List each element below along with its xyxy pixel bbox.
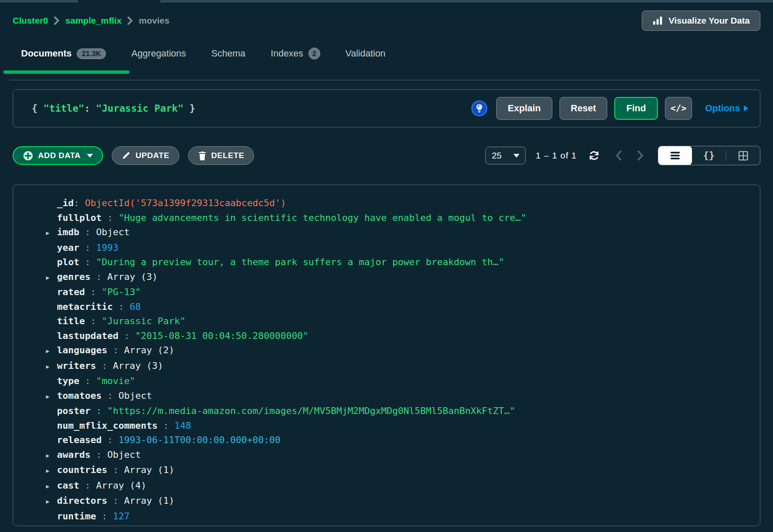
view-switcher: {} [658, 146, 760, 165]
field-row-awards[interactable]: ▸awards : Object [46, 448, 751, 463]
field-separator: : [90, 448, 107, 462]
field-key: genres [57, 270, 90, 285]
field-key: languages [57, 343, 107, 358]
query-actions: Explain Reset Find </> Options [471, 97, 751, 120]
field-key: awards [57, 448, 90, 462]
field-separator: : [79, 255, 96, 270]
field-row-runtime: runtime : 127 [46, 509, 751, 524]
options-toggle[interactable]: Options [705, 103, 751, 114]
field-row-year: year : 1993 [46, 241, 751, 255]
tabs-divider [9, 80, 760, 81]
breadcrumb-database[interactable]: sample_mflix [65, 16, 122, 26]
chevron-left-icon [615, 150, 622, 161]
field-separator: : [102, 433, 119, 448]
workspace-tab-strip [0, 0, 773, 3]
expand-caret-icon[interactable]: ▸ [46, 494, 57, 509]
field-separator: : [119, 329, 135, 344]
next-page-button[interactable] [637, 150, 644, 161]
field-value-string: "Jurassic Park" [102, 314, 186, 329]
field-value-string: "movie" [96, 374, 135, 389]
expand-caret-icon[interactable]: ▸ [46, 344, 57, 359]
explain-button[interactable]: Explain [496, 97, 552, 120]
tab-label: Aggregations [131, 48, 186, 59]
chevron-right-icon [127, 16, 133, 25]
expand-caret-icon[interactable]: ▸ [46, 360, 57, 374]
field-key: directors [57, 494, 107, 508]
field-separator: : [79, 241, 96, 255]
field-key: cast [57, 478, 79, 493]
trash-icon [198, 151, 207, 161]
update-label: UPDATE [135, 151, 169, 160]
query-token-punct: : [84, 103, 96, 114]
field-value-plain: Array (1) [124, 494, 174, 508]
code-icon: </> [670, 103, 687, 113]
reset-button[interactable]: Reset [559, 97, 608, 120]
tab-indexes[interactable]: Indexes2 [258, 42, 333, 65]
field-separator: : [79, 225, 96, 240]
query-bar: { "title": "Jurassic Park" } Explain Res… [13, 89, 760, 127]
field-separator: : [85, 285, 102, 300]
json-view-button[interactable]: {} [692, 146, 726, 165]
field-separator: : [102, 389, 119, 403]
query-input[interactable]: { "title": "Jurassic Park" } [32, 103, 195, 114]
pencil-icon [122, 151, 131, 160]
field-row-genres[interactable]: ▸genres : Array (3) [46, 270, 751, 285]
field-separator: : [90, 404, 107, 419]
field-separator: : [102, 211, 119, 226]
field-key: year [57, 241, 79, 255]
tab-label: Validation [346, 48, 386, 59]
field-separator: : [74, 196, 85, 211]
field-value-number: 68 [130, 300, 141, 314]
tab-documents[interactable]: Documents21.3K [13, 42, 119, 65]
field-row-tomatoes[interactable]: ▸tomatoes : Object [46, 389, 751, 404]
field-row-imdb[interactable]: ▸imdb : Object [46, 225, 751, 241]
field-value-string: "PG-13" [102, 285, 141, 300]
field-value-string: "2015-08-31 00:04:50.280000000" [135, 329, 308, 344]
expand-caret-icon[interactable]: ▸ [46, 449, 57, 463]
find-button[interactable]: Find [614, 97, 657, 120]
field-key: _id [57, 196, 74, 211]
field-key: fullplot [57, 211, 102, 226]
field-key: poster [57, 404, 90, 419]
query-hint-button[interactable] [471, 100, 487, 116]
field-row-cast[interactable]: ▸cast : Array (4) [46, 478, 751, 494]
field-key: writers [57, 359, 96, 373]
visualize-your-data-button[interactable]: Visualize Your Data [642, 11, 760, 31]
chevron-right-icon [637, 150, 644, 161]
document-toolbar: ADD DATA UPDATE DELETE 25 1 – 1 of 1 [13, 146, 760, 165]
field-row-languages[interactable]: ▸languages : Array (2) [46, 343, 751, 359]
caret-down-icon [87, 154, 93, 158]
list-view-button[interactable] [658, 146, 692, 165]
expand-caret-icon[interactable]: ▸ [46, 479, 57, 494]
field-value-string: "https://m.media-amazon.com/images/M/MV5… [107, 404, 515, 419]
expand-caret-icon[interactable]: ▸ [46, 464, 57, 478]
header: Cluster0 sample_mflix movies Visualize Y… [13, 11, 760, 31]
update-button[interactable]: UPDATE [112, 146, 179, 165]
field-row-countries[interactable]: ▸countries : Array (1) [46, 463, 751, 478]
tab-label: Documents [21, 48, 72, 59]
field-separator: : [96, 359, 113, 373]
code-toggle-button[interactable]: </> [665, 97, 692, 120]
field-row-writers[interactable]: ▸writers : Array (3) [46, 359, 751, 374]
field-row-directors[interactable]: ▸directors : Array (1) [46, 494, 751, 509]
tab-validation[interactable]: Validation [333, 42, 398, 65]
table-view-button[interactable] [726, 146, 760, 165]
field-row-poster: poster : "https://m.media-amazon.com/ima… [46, 404, 751, 419]
refresh-button[interactable] [588, 149, 600, 162]
expand-caret-icon[interactable]: ▸ [46, 271, 57, 285]
breadcrumb-cluster[interactable]: Cluster0 [13, 16, 48, 26]
page-size-select[interactable]: 25 [485, 147, 526, 164]
expand-caret-icon[interactable]: ▸ [46, 226, 57, 241]
breadcrumb: Cluster0 sample_mflix movies [13, 16, 169, 26]
tab-aggregations[interactable]: Aggregations [119, 42, 199, 65]
add-data-button[interactable]: ADD DATA [13, 146, 103, 165]
previous-page-button[interactable] [615, 150, 622, 161]
field-row-title: title : "Jurassic Park" [46, 314, 751, 329]
delete-button[interactable]: DELETE [188, 146, 254, 165]
bar-chart-icon [652, 16, 663, 26]
json-view-icon: {} [703, 150, 715, 161]
field-separator: : [96, 509, 113, 524]
tab-schema[interactable]: Schema [199, 42, 258, 65]
lightbulb-icon [476, 104, 483, 113]
expand-caret-icon[interactable]: ▸ [46, 390, 57, 404]
